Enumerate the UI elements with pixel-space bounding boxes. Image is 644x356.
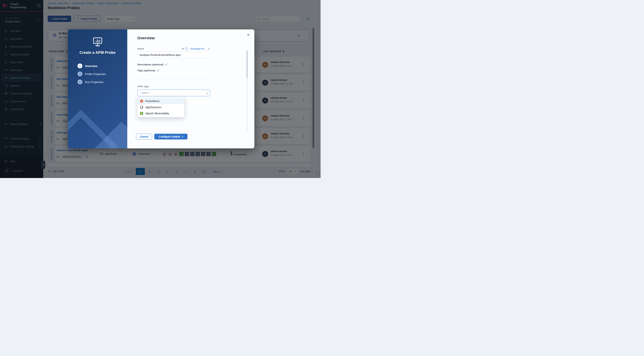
modal-body: × Overview Name Id i : boutique-fro... b…: [127, 29, 254, 148]
step-run-properties[interactable]: 3Run Properties: [78, 79, 106, 84]
configure-details-button[interactable]: Configure Details: [154, 134, 188, 139]
support-headset-icon[interactable]: [315, 170, 321, 176]
step-overview[interactable]: 1Overview: [78, 63, 106, 68]
probe-name-input[interactable]: boutique-frontend-prometheus-apm: [137, 52, 210, 58]
close-icon[interactable]: ×: [247, 33, 250, 37]
name-label: Name: [137, 47, 144, 50]
prometheus-icon: [140, 99, 143, 103]
apm-type-dropdown: Prometheus AppDynamics Splunk Observabil…: [137, 97, 184, 117]
content-scrollbar-thumb[interactable]: [312, 28, 314, 148]
appdynamics-icon: [140, 106, 143, 109]
apm-monitor-icon: [92, 37, 104, 48]
apm-type-select[interactable]: - Select -: [137, 89, 210, 96]
option-splunk-observability[interactable]: Splunk Observability: [138, 110, 184, 116]
overview-form: Name Id i : boutique-fro... boutique-fro…: [137, 47, 210, 96]
option-appdynamics[interactable]: AppDynamics: [138, 104, 184, 110]
chevron-right-icon: [182, 136, 183, 137]
modal-left-panel: Create a APM Probe 1Overview 2Probe Prop…: [68, 29, 127, 148]
splunk-icon: [140, 112, 143, 115]
cancel-button[interactable]: Cancel: [136, 134, 152, 139]
edit-description-icon[interactable]: [165, 63, 168, 66]
page-scrollbar[interactable]: [320, 0, 322, 178]
info-icon: i: [185, 47, 188, 50]
modal-heading: Overview: [137, 36, 155, 40]
chevron-down-icon: [206, 92, 208, 94]
form-divider: [137, 79, 210, 80]
create-apm-probe-modal: Create a APM Probe 1Overview 2Probe Prop…: [68, 29, 254, 148]
step-probe-properties[interactable]: 2Probe Properties: [78, 71, 106, 76]
edit-tags-icon[interactable]: [157, 69, 160, 72]
tags-field[interactable]: Tags (optional): [137, 69, 210, 72]
description-field[interactable]: Description (optional): [137, 63, 210, 66]
id-label: Id: [182, 47, 184, 50]
edit-id-icon[interactable]: [208, 47, 210, 50]
wizard-steps: 1Overview 2Probe Properties 3Run Propert…: [78, 63, 106, 84]
apm-type-label: APM Type: [137, 85, 210, 88]
id-value: boutique-fro...: [191, 47, 206, 50]
modal-scrollbar-thumb[interactable]: [246, 50, 248, 78]
modal-title: Create a APM Probe: [68, 50, 127, 55]
option-prometheus[interactable]: Prometheus: [138, 98, 184, 104]
